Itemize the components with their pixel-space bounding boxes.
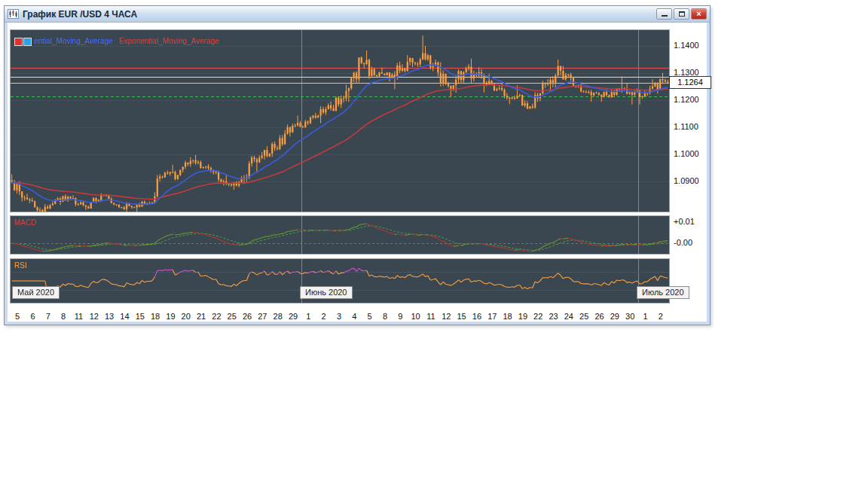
current-price-box: 1.1264 xyxy=(669,76,711,89)
indicator-toggle-red[interactable] xyxy=(14,38,23,46)
indicator-toggle-blue[interactable] xyxy=(23,38,32,46)
price-axis-label: 1.1200 xyxy=(674,95,699,104)
time-axis-label: 8 xyxy=(383,312,387,321)
time-axis-label: 7 xyxy=(46,312,50,321)
price-chart-canvas[interactable] xyxy=(11,30,669,212)
time-axis-label: 28 xyxy=(274,312,283,321)
time-axis-label: 21 xyxy=(197,312,206,321)
macd-axis-value-zero: -0.00 xyxy=(674,238,692,247)
time-axis-label: 26 xyxy=(594,312,604,321)
time-axis-label: 9 xyxy=(398,312,402,321)
time-axis-label: 25 xyxy=(228,312,237,321)
time-axis-label: 29 xyxy=(289,312,298,321)
time-axis-label: 10 xyxy=(411,312,420,321)
macd-label: MACD xyxy=(14,218,36,227)
rsi-panel: RSI Май 2020 Июнь 2020 Июль 2020 xyxy=(10,258,670,303)
time-axis-label: 19 xyxy=(166,312,175,321)
time-axis-label: 11 xyxy=(426,312,435,321)
time-axis-label: 8 xyxy=(61,312,66,321)
time-axis-label: 2 xyxy=(322,312,326,321)
time-axis-label: 13 xyxy=(105,312,114,321)
time-axis-label: 20 xyxy=(182,312,191,321)
price-axis-label: 1.1100 xyxy=(674,122,698,131)
time-axis-label: 4 xyxy=(352,312,356,321)
time-axis-label: 15 xyxy=(136,312,145,321)
time-axis-label: 3 xyxy=(337,312,341,321)
close-icon: × xyxy=(696,10,701,18)
time-axis[interactable]: 5678111213141518192021222526272829123458… xyxy=(10,312,668,322)
minimize-button[interactable] xyxy=(656,8,672,20)
month-label-june: Июнь 2020 xyxy=(300,286,353,299)
titlebar[interactable]: График EUR /USD 4 ЧАСА × xyxy=(5,6,710,23)
minimize-icon xyxy=(662,15,668,17)
price-axis-label: 1.1400 xyxy=(674,41,699,50)
time-axis-label: 16 xyxy=(472,312,481,321)
close-button[interactable]: × xyxy=(691,8,707,20)
rsi-label: RSI xyxy=(14,261,27,270)
price-axis-label: 1.0900 xyxy=(674,176,699,185)
maximize-button[interactable] xyxy=(674,8,689,20)
ema-fast-label: ential_Moving_Average xyxy=(34,37,112,45)
time-axis-label: 6 xyxy=(30,312,35,321)
time-axis-label: 29 xyxy=(610,312,619,321)
macd-canvas[interactable] xyxy=(11,216,669,254)
chart-content: ential_Moving_Average Exponential_Moving… xyxy=(8,23,707,322)
time-axis-label: 19 xyxy=(518,312,527,321)
time-axis-label: 26 xyxy=(243,312,252,321)
time-axis-label: 18 xyxy=(503,312,512,321)
time-axis-label: 22 xyxy=(533,312,542,321)
time-axis-label: 17 xyxy=(487,312,497,321)
time-axis-label: 30 xyxy=(625,312,634,321)
maximize-icon xyxy=(679,11,685,17)
price-axis[interactable]: 1.14001.13001.12001.11001.10001.0900 xyxy=(674,23,708,218)
time-axis-label: 5 xyxy=(15,312,20,321)
time-axis-label: 22 xyxy=(212,312,221,321)
window-controls: × xyxy=(655,8,707,20)
time-axis-label: 11 xyxy=(75,312,83,321)
time-axis-label: 1 xyxy=(306,312,310,321)
macd-panel: MACD xyxy=(10,215,670,255)
month-label-july: Июль 2020 xyxy=(637,286,689,299)
macd-axis-value-high: +0.01 xyxy=(674,217,695,226)
time-axis-label: 27 xyxy=(258,312,267,321)
time-axis-label: 25 xyxy=(579,312,588,321)
month-label-may: Май 2020 xyxy=(12,286,60,299)
time-axis-label: 2 xyxy=(659,312,663,321)
indicator-legend: ential_Moving_Average Exponential_Moving… xyxy=(34,37,219,45)
time-axis-label: 5 xyxy=(368,312,372,321)
time-axis-label: 12 xyxy=(90,312,99,321)
window-title: График EUR /USD 4 ЧАСА xyxy=(23,9,655,20)
time-axis-label: 24 xyxy=(564,312,573,321)
price-axis-label: 1.1000 xyxy=(674,149,699,158)
time-axis-label: 18 xyxy=(151,312,160,321)
time-axis-label: 12 xyxy=(442,312,451,321)
chart-window: График EUR /USD 4 ЧАСА × ential_Moving_A… xyxy=(4,5,711,325)
time-axis-label: 23 xyxy=(549,312,558,321)
price-panel: ential_Moving_Average Exponential_Moving… xyxy=(10,29,670,212)
chart-app-icon xyxy=(8,9,19,19)
time-axis-label: 1 xyxy=(643,312,647,321)
time-axis-label: 14 xyxy=(120,312,129,321)
ema-slow-label: Exponential_Moving_Average xyxy=(119,37,219,45)
time-axis-label: 15 xyxy=(457,312,466,321)
